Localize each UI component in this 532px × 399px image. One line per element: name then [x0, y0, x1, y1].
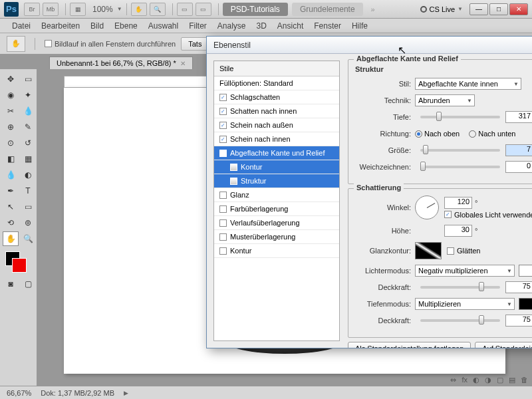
weich-input[interactable]: 0	[505, 161, 532, 173]
gloss-contour-picker[interactable]	[415, 242, 442, 259]
menu-bild[interactable]: Bild	[85, 21, 109, 31]
menu-analyse[interactable]: Analyse	[212, 21, 251, 31]
close-icon[interactable]: ✕	[180, 60, 186, 67]
crop-tool[interactable]: ✂	[3, 104, 19, 118]
zoom-tool[interactable]: 🔍	[20, 231, 36, 246]
style-glanz[interactable]: Glanz	[214, 188, 339, 202]
hoehe-input[interactable]: 30	[444, 225, 472, 237]
style-schlagschatten[interactable]: Schlagschatten	[214, 90, 339, 104]
heal-tool[interactable]: ⊕	[3, 120, 19, 134]
menu-ansicht[interactable]: Ansicht	[272, 21, 309, 31]
pen-tool[interactable]: ✒	[3, 184, 19, 198]
style-schatten-innen[interactable]: Schatten nach innen	[214, 104, 339, 118]
richtung-up-radio[interactable]: Nach oben	[415, 130, 460, 138]
dialog-titlebar[interactable]: Ebenenstil	[207, 37, 532, 54]
groesse-slider[interactable]	[420, 149, 500, 152]
blur-tool[interactable]: 💧	[3, 168, 19, 182]
highlight-color[interactable]	[519, 265, 532, 277]
style-kontur-sub[interactable]: Kontur	[214, 160, 339, 174]
more-chevron[interactable]: »	[371, 5, 375, 13]
current-tool-icon[interactable]: ✋	[7, 36, 25, 52]
history-brush-tool[interactable]: ↺	[20, 136, 36, 150]
tats-button[interactable]: Tats	[181, 37, 209, 51]
menu-filter[interactable]: Filter	[184, 21, 212, 31]
move-tool[interactable]: ✥	[3, 72, 19, 86]
path-tool[interactable]: ↖	[3, 200, 19, 214]
bridge-btn[interactable]: Br	[24, 3, 40, 16]
document-tab[interactable]: Unbenannt-1 bei 66,7% (S, RGB/8) * ✕	[49, 57, 193, 69]
hand-toolbar-btn[interactable]: ✋	[131, 3, 147, 16]
type-tool[interactable]: T	[20, 184, 36, 198]
shape-tool[interactable]: ▭	[20, 200, 36, 214]
stamp-tool[interactable]: ⊙	[3, 136, 19, 150]
menu-fenster[interactable]: Fenster	[309, 21, 346, 31]
lasso-tool[interactable]: ◉	[3, 88, 19, 102]
new-layer-icon[interactable]: ▤	[509, 376, 515, 384]
folder-icon[interactable]: ▢	[497, 376, 503, 384]
style-musterueberlagerung[interactable]: Musterüberlagerung	[214, 230, 339, 244]
mask-icon[interactable]: ◐	[473, 376, 479, 384]
fx-icon[interactable]: fx	[462, 376, 467, 384]
hand-tool[interactable]: ✋	[3, 231, 19, 246]
dodge-tool[interactable]: ◐	[20, 168, 36, 182]
groesse-input[interactable]: 7	[505, 144, 532, 156]
status-zoom[interactable]: 66,67%	[7, 389, 31, 397]
link-icon[interactable]: ⇔	[450, 376, 456, 384]
grundelemente-pill[interactable]: Grundelemente	[292, 3, 363, 16]
deckkraft-hi-slider[interactable]	[420, 286, 500, 289]
style-farbueberlagerung[interactable]: Farbüberlagerung	[214, 202, 339, 216]
menu-3d[interactable]: 3D	[251, 21, 272, 31]
menu-datei[interactable]: Datei	[7, 21, 36, 31]
angle-widget[interactable]	[415, 196, 439, 219]
camera-tool[interactable]: ⊚	[20, 215, 36, 230]
color-swatches[interactable]	[3, 251, 36, 275]
trash-icon[interactable]: 🗑	[521, 376, 528, 384]
arrange-btn[interactable]: ▭	[177, 3, 193, 16]
menu-auswahl[interactable]: Auswahl	[143, 21, 184, 31]
winkel-input[interactable]: 120	[444, 197, 472, 209]
stil-select[interactable]: Abgeflachte Kante innen	[415, 78, 521, 90]
menu-hilfe[interactable]: Hilfe	[346, 21, 373, 31]
style-bevel[interactable]: Abgeflachte Kante und Relief	[214, 146, 339, 160]
weich-slider[interactable]	[420, 166, 500, 168]
3d-tool[interactable]: ⟲	[3, 215, 19, 230]
screenmode-tool[interactable]: ▢	[20, 277, 36, 291]
quickmask-tool[interactable]: ◙	[3, 277, 19, 291]
shadow-color[interactable]	[519, 298, 532, 310]
psd-tutorials-pill[interactable]: PSD-Tutorials	[223, 3, 288, 16]
background-swatch[interactable]	[12, 258, 27, 273]
style-schein-innen[interactable]: Schein nach innen	[214, 132, 339, 146]
style-schein-aussen[interactable]: Schein nach außen	[214, 118, 339, 132]
zoom-level[interactable]: 100%	[88, 5, 117, 14]
tiefenmodus-select[interactable]: Multiplizieren	[415, 298, 515, 310]
make-default-button[interactable]: Als Standardeinstellung festlegen	[348, 342, 471, 348]
reset-default-button[interactable]: Auf Standardeinstellung	[475, 342, 532, 348]
minibridge-btn[interactable]: Mb	[43, 3, 59, 16]
richtung-down-radio[interactable]: Nach unten	[469, 130, 515, 138]
menu-bearbeiten[interactable]: Bearbeiten	[36, 21, 85, 31]
tiefe-slider[interactable]	[420, 116, 500, 118]
style-verlaufsueberlagerung[interactable]: Verlaufsüberlagerung	[214, 216, 339, 230]
eraser-tool[interactable]: ◧	[3, 152, 19, 166]
close-button[interactable]: ✕	[509, 3, 528, 15]
technik-select[interactable]: Abrunden	[415, 94, 475, 106]
deckkraft-hi-input[interactable]: 75	[505, 281, 532, 293]
screenmode-btn[interactable]: ▭	[196, 3, 211, 16]
style-kontur[interactable]: Kontur	[214, 244, 339, 258]
tiefe-input[interactable]: 317	[505, 111, 532, 123]
status-doc[interactable]: Dok: 1,37 MB/2,92 MB	[41, 389, 114, 397]
brush-tool[interactable]: ✎	[20, 120, 36, 134]
cs-live[interactable]: CS Live▼	[420, 5, 463, 13]
maximize-button[interactable]: □	[489, 3, 508, 15]
adjust-icon[interactable]: ◑	[485, 376, 491, 384]
glaetten-checkbox[interactable]: Glätten	[447, 247, 480, 255]
minimize-button[interactable]: —	[469, 3, 488, 15]
menu-ebene[interactable]: Ebene	[109, 21, 143, 31]
marquee-tool[interactable]: ▭	[20, 72, 36, 86]
gradient-tool[interactable]: ▦	[20, 152, 36, 166]
zoom-toolbar-btn[interactable]: 🔍	[150, 3, 166, 16]
eyedropper-tool[interactable]: 💧	[20, 104, 36, 118]
global-light-checkbox[interactable]: Globales Licht verwenden	[444, 211, 532, 219]
deckkraft-lo-slider[interactable]	[420, 319, 500, 322]
style-struktur-sub[interactable]: Struktur	[214, 174, 339, 188]
